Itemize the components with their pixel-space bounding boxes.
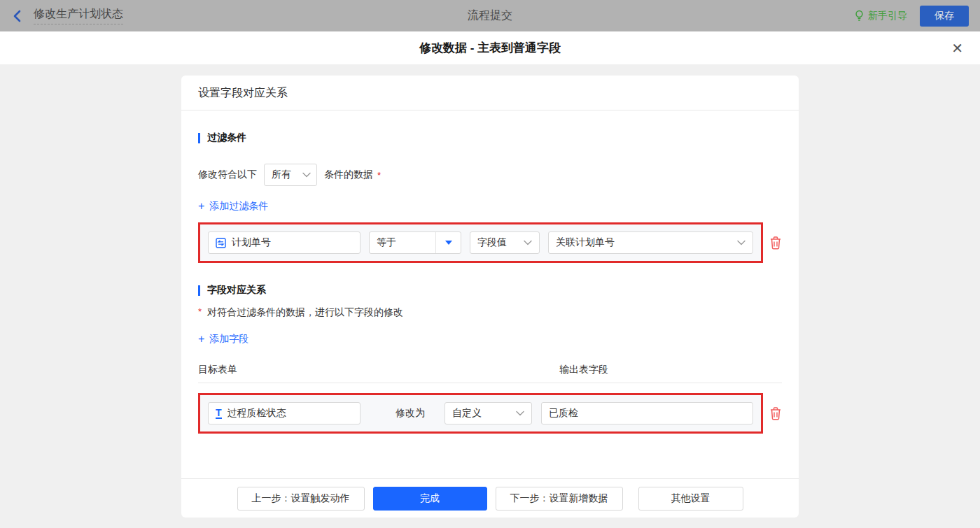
target-field-value: 过程质检状态	[227, 407, 286, 420]
plus-icon: +	[198, 200, 204, 213]
topbar-center-title: 流程提交	[0, 8, 980, 23]
column-output-field: 输出表字段	[559, 364, 608, 376]
back-icon[interactable]	[11, 9, 25, 23]
beginner-guide-link[interactable]: 新手引导	[854, 10, 907, 22]
target-field-input[interactable]: T 过程质检状态	[208, 402, 360, 424]
lightbulb-icon	[854, 10, 864, 22]
guide-label: 新手引导	[868, 10, 907, 22]
filter-condition-row: 计划单号 等于 字段值 关联计划单号	[198, 222, 782, 263]
field-mapping-card: 设置字段对应关系 过滤条件 修改符合以下 所有 条件的数据 * + 添加过滤条件	[181, 76, 799, 518]
output-value-input[interactable]: 已质检	[541, 402, 753, 424]
relation-field-icon	[216, 238, 226, 248]
other-settings-button[interactable]: 其他设置	[638, 487, 743, 511]
dialog-body: 设置字段对应关系 过滤条件 修改符合以下 所有 条件的数据 * + 添加过滤条件	[0, 76, 980, 528]
section-bar-icon	[198, 133, 200, 143]
value-mode-select[interactable]: 自定义	[444, 402, 532, 424]
chevron-down-icon	[516, 411, 524, 416]
operator-caret-button[interactable]	[435, 232, 461, 253]
operator-select[interactable]: 等于	[369, 231, 461, 254]
condition-field-value: 计划单号	[232, 236, 271, 249]
highlighted-condition-box: 计划单号 等于 字段值 关联计划单号	[198, 222, 763, 263]
plus-icon: +	[198, 333, 204, 345]
match-mode-select[interactable]: 所有	[264, 164, 317, 186]
value-type-value: 字段值	[477, 236, 507, 249]
caret-down-icon	[445, 241, 452, 245]
required-asterisk: *	[198, 306, 202, 317]
match-rule-row: 修改符合以下 所有 条件的数据 *	[198, 164, 782, 186]
text-field-icon: T	[216, 408, 222, 419]
condition-field-input[interactable]: 计划单号	[208, 231, 360, 254]
dialog-title: 修改数据 - 主表到普通字段	[419, 40, 561, 56]
match-mode-value: 所有	[272, 169, 291, 181]
add-filter-condition-link[interactable]: + 添加过滤条件	[198, 200, 268, 213]
next-step-button[interactable]: 下一步：设置新增数据	[496, 487, 623, 511]
top-app-bar: 修改生产计划状态 流程提交 新手引导 保存	[0, 0, 980, 31]
add-filter-condition-label: 添加过滤条件	[209, 200, 268, 213]
value-mode-value: 自定义	[452, 407, 482, 420]
value-type-select[interactable]: 字段值	[470, 231, 540, 254]
finish-button[interactable]: 完成	[373, 487, 487, 511]
mapping-column-headers: 目标表单 输出表字段	[198, 364, 782, 383]
workflow-title[interactable]: 修改生产计划状态	[34, 7, 123, 24]
output-value: 已质检	[549, 407, 578, 420]
mapping-section-title: 字段对应关系	[198, 284, 782, 297]
mapping-description-row: * 对符合过滤条件的数据，进行以下字段的修改	[198, 306, 782, 319]
chevron-down-icon	[302, 172, 311, 178]
dialog-header: 修改数据 - 主表到普通字段 ✕	[0, 31, 980, 65]
close-icon[interactable]: ✕	[951, 40, 963, 57]
chevron-down-icon	[524, 240, 532, 245]
match-suffix-label: 条件的数据	[324, 169, 373, 181]
condition-value: 关联计划单号	[556, 236, 615, 249]
column-target-form: 目标表单	[198, 364, 237, 376]
operator-value: 等于	[370, 236, 435, 249]
mapping-description: 对符合过滤条件的数据，进行以下字段的修改	[207, 306, 403, 319]
modify-to-label: 修改为	[396, 407, 425, 420]
highlighted-mapping-box: T 过程质检状态 修改为 自定义 已质检	[198, 393, 763, 434]
card-header-title: 设置字段对应关系	[181, 76, 799, 110]
card-footer: 上一步：设置触发动作 完成 下一步：设置新增数据 其他设置	[181, 478, 799, 518]
add-field-link[interactable]: + 添加字段	[198, 333, 248, 345]
delete-mapping-trash-icon[interactable]	[769, 406, 782, 420]
delete-condition-trash-icon[interactable]	[769, 236, 782, 250]
chevron-down-icon	[737, 240, 746, 245]
section-bar-icon	[198, 285, 200, 296]
required-asterisk: *	[377, 170, 381, 180]
prev-step-button[interactable]: 上一步：设置触发动作	[237, 487, 365, 511]
field-mapping-row: T 过程质检状态 修改为 自定义 已质检	[198, 393, 782, 434]
save-button[interactable]: 保存	[920, 6, 969, 27]
match-prefix-label: 修改符合以下	[198, 169, 257, 181]
add-field-label: 添加字段	[209, 333, 248, 345]
filter-section-title: 过滤条件	[198, 131, 782, 144]
condition-value-select[interactable]: 关联计划单号	[548, 231, 753, 254]
